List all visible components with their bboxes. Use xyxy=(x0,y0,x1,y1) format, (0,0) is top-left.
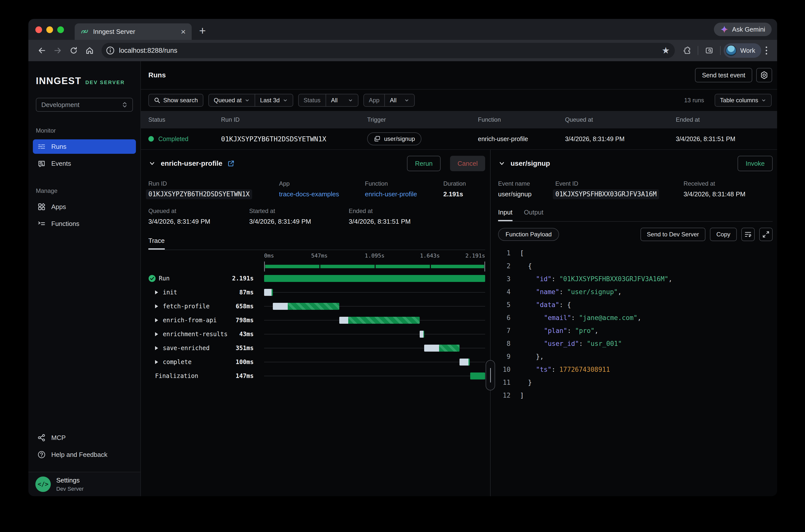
trace-row-run[interactable]: Run2.191s xyxy=(148,271,485,285)
show-search-button[interactable]: Show search xyxy=(148,94,203,107)
environment-select[interactable]: Development xyxy=(36,98,133,112)
line-number: 5 xyxy=(498,301,510,308)
table-columns-dropdown[interactable]: Table columns xyxy=(715,94,772,107)
sidebar-item-runs[interactable]: Runs xyxy=(33,139,136,154)
tab-output[interactable]: Output xyxy=(524,209,543,221)
trace-row-enrichment-results[interactable]: enrichment-results43ms xyxy=(148,327,485,341)
settings-gear-button[interactable] xyxy=(756,68,772,82)
queued-segment xyxy=(339,317,348,324)
trace-span-bar[interactable] xyxy=(264,275,485,282)
bookmark-star-icon[interactable]: ★ xyxy=(662,45,670,56)
trace-span-bar[interactable] xyxy=(424,345,460,352)
axis-tick-label: 2.191s xyxy=(466,252,485,259)
site-info-icon[interactable] xyxy=(106,46,115,55)
trace-step-duration: 658ms xyxy=(236,303,254,310)
sidebar-item-mcp[interactable]: MCP xyxy=(33,431,136,445)
axis-tick-label: 547ms xyxy=(311,252,327,259)
reload-icon[interactable] xyxy=(66,42,82,58)
trace-row-init[interactable]: init87ms xyxy=(148,285,485,299)
cancel-button[interactable]: Cancel xyxy=(450,156,485,171)
home-icon[interactable] xyxy=(82,42,98,58)
tab-input[interactable]: Input xyxy=(498,209,512,221)
app-link[interactable]: trace-docs-examples xyxy=(279,190,365,198)
status-value-dropdown[interactable]: All xyxy=(325,94,358,106)
collapse-event-icon[interactable] xyxy=(498,160,506,167)
expand-button[interactable] xyxy=(759,228,773,241)
app-value-dropdown[interactable]: All xyxy=(384,94,414,106)
event-name-value: user/signup xyxy=(498,190,555,198)
zoom-window-button[interactable] xyxy=(57,26,64,33)
send-to-dev-server-button[interactable]: Send to Dev Server xyxy=(640,228,706,241)
function-payload-button[interactable]: Function Payload xyxy=(498,228,559,241)
trigger-pill[interactable]: user/signup xyxy=(367,132,422,145)
rerun-button[interactable]: Rerun xyxy=(407,156,441,171)
copy-button[interactable]: Copy xyxy=(710,228,737,241)
browser-tab[interactable]: Inngest Server × xyxy=(75,23,192,40)
sidebar-item-apps[interactable]: Apps xyxy=(33,200,136,214)
close-window-button[interactable] xyxy=(35,26,42,33)
sidebar-item-help[interactable]: Help and Feedback xyxy=(33,448,136,462)
inngest-favicon xyxy=(81,27,89,36)
minimize-window-button[interactable] xyxy=(46,26,53,33)
panel-resize-handle[interactable] xyxy=(486,360,495,391)
chevron-right-icon[interactable] xyxy=(155,318,159,323)
function-link[interactable]: enrich-user-profile xyxy=(365,190,443,198)
function-cell: enrich-user-profile xyxy=(478,135,565,142)
external-link-icon[interactable] xyxy=(227,160,235,167)
browser-menu-icon[interactable] xyxy=(761,46,772,55)
trace-span-bar[interactable] xyxy=(339,317,420,324)
settings-entry[interactable]: </> Settings Dev Server xyxy=(29,472,141,496)
trace-row-enrich-from-api[interactable]: enrich-from-api798ms xyxy=(148,313,485,327)
extensions-icon[interactable] xyxy=(679,42,695,58)
chevron-right-icon[interactable] xyxy=(155,304,159,309)
chevron-right-icon[interactable] xyxy=(155,290,159,295)
url-text[interactable]: localhost:8288/runs xyxy=(119,47,662,55)
received-at-label: Received at xyxy=(684,180,773,187)
sidebar-item-events[interactable]: Events xyxy=(33,156,136,171)
app-filter[interactable]: App All xyxy=(363,94,415,107)
chevron-right-icon[interactable] xyxy=(155,360,159,364)
app-label: App xyxy=(279,180,365,187)
payload-json[interactable]: 1[2{3"id": "01KJXSYPSFHBXX03GRJFV3A16M",… xyxy=(498,247,773,402)
chevron-right-icon[interactable] xyxy=(155,346,159,350)
time-filter[interactable]: Queued at Last 3d xyxy=(208,94,293,107)
word-wrap-button[interactable] xyxy=(741,228,755,241)
event-id-label: Event ID xyxy=(555,180,684,187)
back-icon[interactable] xyxy=(34,42,50,58)
url-bar[interactable]: localhost:8288/runs ★ xyxy=(101,43,675,58)
send-test-event-button[interactable]: Send test event xyxy=(695,68,752,82)
trace-row-complete[interactable]: complete100ms xyxy=(148,355,485,369)
time-field-dropdown[interactable]: Queued at xyxy=(209,94,255,106)
chevron-right-icon[interactable] xyxy=(155,332,159,337)
new-tab-button[interactable]: + xyxy=(199,25,206,36)
select-chevrons-icon xyxy=(122,101,128,108)
trace-span-bar[interactable] xyxy=(420,331,424,338)
trace-row-save-enriched[interactable]: save-enriched351ms xyxy=(148,341,485,355)
time-range-dropdown[interactable]: Last 3d xyxy=(255,94,293,106)
side-panel-search-icon[interactable] xyxy=(701,42,717,58)
detail-panels: enrich-user-profile Rerun Cancel xyxy=(141,150,777,496)
invoke-button[interactable]: Invoke xyxy=(737,156,773,171)
ask-gemini-button[interactable]: Ask Gemini xyxy=(714,23,772,36)
trace-step-duration: 351ms xyxy=(236,345,254,352)
table-row[interactable]: Completed 01KJXSYPZYB6TH2DSDSYETWN1X use… xyxy=(141,128,777,150)
trace-span-bar[interactable] xyxy=(273,303,339,310)
status-filter[interactable]: Status All xyxy=(298,94,358,107)
trace-span-bar[interactable] xyxy=(470,373,485,379)
tab-close-icon[interactable]: × xyxy=(181,27,186,36)
trace-step-name: enrichment-results xyxy=(163,331,239,338)
started-at-value: 3/4/2026, 8:31:49 PM xyxy=(249,218,349,225)
trace-row-finalization[interactable]: Finalization147ms xyxy=(148,369,485,383)
profile-chip[interactable]: Work xyxy=(724,43,761,58)
axis-tick-label: 1.643s xyxy=(420,252,439,259)
trace-span-bar[interactable] xyxy=(264,289,273,296)
sidebar-item-functions[interactable]: Functions xyxy=(33,216,136,231)
collapse-run-icon[interactable] xyxy=(148,160,156,167)
started-at-label: Started at xyxy=(249,208,349,214)
tab-trace[interactable]: Trace xyxy=(148,237,165,250)
trace-span-bar[interactable] xyxy=(460,359,470,365)
forward-icon[interactable] xyxy=(50,42,66,58)
page-header: Runs Send test event xyxy=(141,61,777,89)
trace-row-fetch-profile[interactable]: fetch-profile658ms xyxy=(148,299,485,313)
trace-minimap[interactable] xyxy=(264,262,485,271)
